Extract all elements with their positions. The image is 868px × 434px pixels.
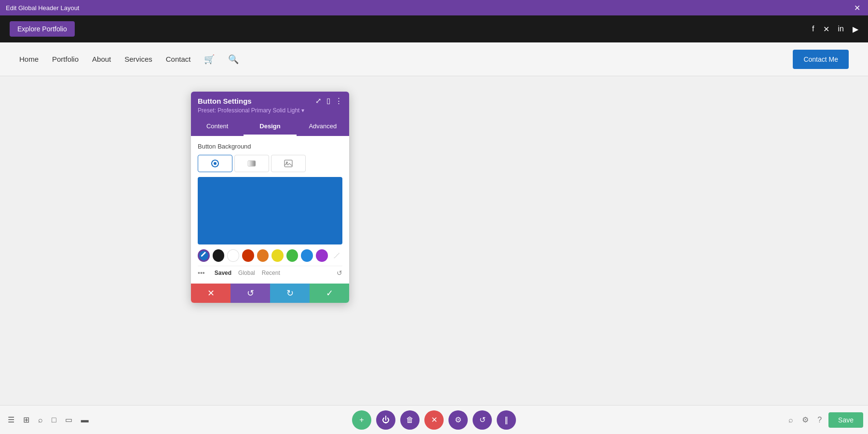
panel-preset[interactable]: Preset: Professional Primary Solid Light… [198, 107, 342, 114]
swatch-black[interactable] [213, 249, 225, 262]
swatch-green[interactable] [286, 249, 298, 262]
redo-button[interactable]: ↻ [270, 284, 310, 303]
panel-actions: ✕ ↺ ↻ ✓ [191, 284, 349, 303]
swatch-red[interactable] [242, 249, 254, 262]
desktop-icon[interactable]: □ [49, 413, 59, 427]
swatch-pencil[interactable] [198, 249, 210, 262]
swatch-white[interactable] [227, 249, 239, 262]
history-button[interactable]: ↺ [473, 410, 492, 430]
bg-type-gradient[interactable] [234, 155, 269, 172]
nav-about[interactable]: About [92, 55, 111, 63]
settings-button[interactable]: ⚙ [448, 410, 468, 430]
nav-services[interactable]: Services [124, 55, 152, 63]
panel-split-icon[interactable]: ▯ [326, 96, 330, 105]
header-black-bar: Explore Portfolio f ✕ in ▶ [0, 15, 868, 42]
color-display[interactable] [198, 177, 342, 244]
bg-section-label: Button Background [198, 143, 342, 150]
panel-tabs: Content Design Advanced [191, 118, 349, 136]
bottom-left-tools: ☰ ⊞ ⌕ □ ▭ ▬ [0, 412, 92, 427]
header-nav: Home Portfolio About Services Contact 🛒 … [0, 42, 868, 76]
preview-area: Explore Portfolio f ✕ in ▶ Home Portfoli… [0, 15, 868, 405]
tab-design[interactable]: Design [244, 118, 296, 136]
bottom-toolbar: ☰ ⊞ ⌕ □ ▭ ▬ + ⏻ 🗑 ✕ ⚙ ↺ ‖ ⌕ ⚙ ? Save [0, 405, 868, 434]
svg-point-0 [214, 162, 217, 165]
tab-advanced[interactable]: Advanced [297, 118, 349, 136]
youtube-icon[interactable]: ▶ [853, 25, 858, 34]
swatch-blue[interactable] [301, 249, 313, 262]
explore-portfolio-button[interactable]: Explore Portfolio [10, 21, 75, 37]
undo-button[interactable]: ↺ [231, 284, 270, 303]
panel-body: Button Background [191, 136, 349, 284]
nav-links: Home Portfolio About Services Contact 🛒 … [19, 54, 239, 65]
bottom-center-tools: + ⏻ 🗑 ✕ ⚙ ↺ ‖ [352, 410, 516, 430]
tablet-icon[interactable]: ▭ [62, 412, 75, 427]
twitter-x-icon[interactable]: ✕ [823, 25, 829, 34]
bg-type-row [198, 155, 342, 172]
more-dots[interactable]: ••• [198, 269, 205, 277]
trash-button[interactable]: 🗑 [400, 410, 420, 430]
tab-content[interactable]: Content [191, 118, 244, 136]
search-icon[interactable]: 🔍 [228, 54, 239, 65]
tab-global[interactable]: Global [238, 270, 255, 276]
tab-saved[interactable]: Saved [215, 270, 231, 276]
menu-icon[interactable]: ☰ [5, 412, 17, 427]
nav-contact[interactable]: Contact [166, 55, 191, 63]
save-button[interactable]: Save [828, 412, 863, 428]
nav-portfolio[interactable]: Portfolio [52, 55, 79, 63]
bottom-tabs-row: ••• Saved Global Recent ↺ [198, 266, 342, 277]
stats-button[interactable]: ‖ [497, 410, 516, 430]
close-center-button[interactable]: ✕ [424, 410, 444, 430]
help-icon[interactable]: ? [815, 414, 824, 426]
contact-me-button[interactable]: Contact Me [793, 50, 849, 69]
settings-panel: Button Settings ⤢ ▯ ⋮ Preset: Profession… [191, 92, 349, 303]
panel-header: Button Settings ⤢ ▯ ⋮ Preset: Profession… [191, 92, 349, 118]
nav-home[interactable]: Home [19, 55, 39, 63]
cancel-button[interactable]: ✕ [191, 284, 231, 303]
panel-header-row: Button Settings ⤢ ▯ ⋮ [198, 96, 342, 105]
swatch-purple[interactable] [316, 249, 328, 262]
bottom-right-tools: ⌕ ⚙ ? Save [787, 412, 868, 428]
swatch-custom[interactable]: ⟋ [331, 249, 342, 262]
swatch-orange[interactable] [257, 249, 269, 262]
tab-recent[interactable]: Recent [262, 270, 280, 276]
title-bar: Edit Global Header Layout ✕ [0, 0, 868, 15]
mobile-icon[interactable]: ▬ [78, 413, 92, 427]
bg-type-color[interactable] [198, 155, 232, 172]
zoom-icon[interactable]: ⌕ [787, 414, 795, 426]
panel-expand-icon[interactable]: ⤢ [315, 96, 322, 105]
power-button[interactable]: ⏻ [376, 410, 395, 430]
cart-icon[interactable]: 🛒 [204, 54, 215, 65]
title-bar-text: Edit Global Header Layout [6, 4, 79, 12]
confirm-button[interactable]: ✓ [310, 284, 349, 303]
bg-type-image[interactable] [271, 155, 306, 172]
social-icons-group: f ✕ in ▶ [812, 25, 858, 34]
color-swatches: ⟋ [198, 249, 342, 262]
close-button[interactable]: ✕ [852, 3, 862, 13]
swatch-yellow[interactable] [271, 249, 284, 262]
panel-title: Button Settings [198, 97, 252, 105]
grid-icon[interactable]: ⊞ [20, 412, 32, 427]
svg-rect-1 [248, 161, 256, 166]
refresh-icon[interactable]: ↺ [337, 269, 342, 277]
panel-header-icons: ⤢ ▯ ⋮ [315, 96, 342, 105]
settings-right-icon[interactable]: ⚙ [800, 413, 811, 426]
panel-more-icon[interactable]: ⋮ [335, 96, 342, 105]
search-tool-icon[interactable]: ⌕ [35, 413, 46, 427]
add-button[interactable]: + [352, 410, 371, 430]
facebook-icon[interactable]: f [812, 25, 814, 33]
svg-rect-2 [285, 160, 292, 167]
linkedin-icon[interactable]: in [838, 25, 844, 33]
